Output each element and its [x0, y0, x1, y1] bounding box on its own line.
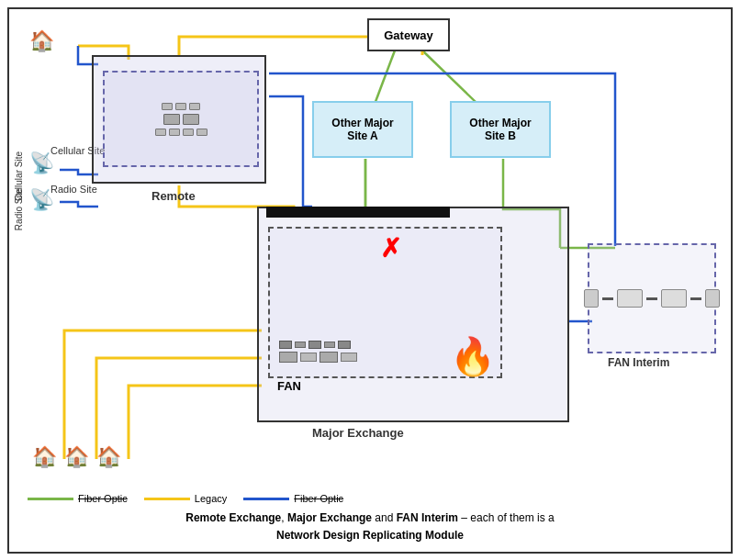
fan-device-4 — [324, 342, 335, 348]
caption-text-3: – each of them is a — [458, 511, 555, 524]
main-container: Gateway Other MajorSite A Other MajorSit… — [7, 7, 733, 554]
legend-legacy: Legacy — [144, 493, 227, 504]
site-a-label: Other MajorSite A — [331, 117, 393, 142]
remote-inner-box — [103, 71, 259, 167]
caption: Remote Exchange, Major Exchange and FAN … — [9, 510, 731, 544]
site-b-label: Other MajorSite B — [469, 117, 531, 142]
fan-interim-label: FAN Interim — [608, 356, 669, 369]
fan-device-5 — [338, 341, 351, 349]
fan-label: FAN — [277, 379, 301, 393]
radio-site-vertical-label: Radio Site — [14, 188, 24, 230]
fan-device-6 — [279, 352, 297, 363]
radio-tower-icon: 📡 — [29, 188, 54, 212]
remote-device-2 — [175, 103, 186, 110]
interim-connector-2 — [646, 297, 657, 300]
fan-device-1 — [279, 341, 292, 349]
legend-fiber-blue-line — [243, 498, 289, 500]
gateway-label: Gateway — [384, 28, 432, 42]
interim-device-3 — [661, 289, 687, 308]
caption-major: Major Exchange — [287, 511, 372, 524]
remote-device-4 — [163, 114, 180, 125]
site-a-box: Other MajorSite A — [312, 101, 413, 158]
site-b-box: Other MajorSite B — [450, 101, 551, 158]
interim-connector-1 — [602, 297, 613, 300]
fire-icon: 🔥 — [450, 335, 496, 378]
house-icon-topleft: 🏠 — [29, 29, 54, 52]
fan-device-7 — [300, 353, 317, 362]
caption-text-2: and — [372, 511, 397, 524]
caption-text-1: , — [281, 511, 287, 524]
remote-device-8 — [183, 129, 194, 136]
house-icon-bottom-2: 🏠 — [64, 445, 89, 469]
interim-device-4 — [705, 289, 720, 308]
house-icon-bottom-1: 🏠 — [32, 445, 57, 469]
fan-device-3 — [308, 341, 321, 349]
legend-fiber-green: Fiber Optic — [28, 493, 128, 504]
major-exchange-box: ✗ FAN — [257, 207, 569, 422]
interim-device-1 — [584, 289, 599, 308]
caption-fan: FAN Interim — [397, 511, 458, 524]
remote-device-3 — [189, 103, 200, 110]
fan-device-9 — [341, 353, 357, 362]
houses-bottom-group: 🏠 🏠 🏠 — [32, 445, 121, 469]
cellular-tower-icon: 📡 — [29, 151, 54, 175]
remote-device-6 — [155, 129, 166, 136]
fan-interim-box — [588, 243, 716, 353]
remote-label: Remote — [151, 189, 196, 203]
caption-module: Network Design Replicating Module — [276, 529, 464, 542]
major-exchange-label: Major Exchange — [312, 426, 404, 440]
legend-fiber-blue-label: Fiber Optic — [294, 493, 343, 504]
radio-site-label: Radio Site — [50, 184, 97, 195]
fan-device-8 — [320, 352, 338, 363]
legend-fiber-blue: Fiber Optic — [243, 493, 343, 504]
remote-device-9 — [196, 129, 207, 136]
legend-fiber-green-line — [28, 498, 73, 500]
legend: Fiber Optic Legacy Fiber Optic — [28, 493, 343, 504]
remote-box — [92, 55, 266, 184]
house-top-left: 🏠 — [29, 29, 54, 53]
legend-legacy-label: Legacy — [195, 493, 227, 504]
house-icon-bottom-3: 🏠 — [96, 445, 121, 469]
interim-device-2 — [617, 289, 643, 308]
legend-legacy-line — [144, 498, 190, 500]
caption-remote: Remote Exchange — [185, 511, 281, 524]
x-mark: ✗ — [380, 233, 401, 263]
remote-device-5 — [183, 114, 199, 125]
gateway-box: Gateway — [367, 18, 450, 51]
black-bar — [266, 207, 450, 218]
legend-fiber-green-label: Fiber Optic — [78, 493, 128, 504]
remote-device-7 — [169, 129, 180, 136]
remote-device-1 — [162, 103, 173, 110]
fan-device-2 — [295, 342, 306, 348]
interim-connector-3 — [690, 297, 701, 300]
